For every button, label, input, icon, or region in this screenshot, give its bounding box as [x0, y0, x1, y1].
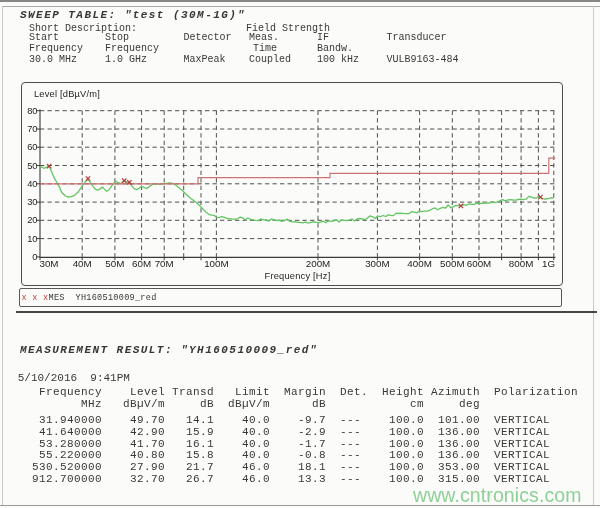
svg-text:500M: 500M — [440, 258, 465, 269]
svg-text:70: 70 — [27, 124, 37, 134]
svg-text:30: 30 — [27, 197, 37, 207]
svg-text:50M: 50M — [105, 258, 124, 269]
svg-text:Frequency [Hz]: Frequency [Hz] — [265, 271, 331, 281]
svg-text:60M: 60M — [132, 258, 151, 269]
svg-text:40M: 40M — [73, 258, 92, 269]
svg-text:300M: 300M — [365, 258, 390, 269]
svg-text:80: 80 — [27, 106, 37, 116]
svg-text:600M: 600M — [467, 258, 492, 269]
svg-text:800M: 800M — [509, 258, 534, 269]
svg-text:30M: 30M — [39, 258, 58, 269]
svg-text:50: 50 — [27, 161, 37, 171]
svg-text:40: 40 — [27, 179, 37, 189]
svg-text:1G: 1G — [542, 258, 555, 269]
svg-text:20: 20 — [27, 215, 37, 225]
svg-text:0: 0 — [32, 252, 37, 262]
svg-text:200M: 200M — [306, 258, 331, 269]
svg-text:400M: 400M — [407, 258, 432, 269]
svg-text:70M: 70M — [155, 258, 174, 269]
svg-text:60: 60 — [27, 142, 37, 152]
svg-text:Level [dBµV/m]: Level [dBµV/m] — [34, 89, 100, 99]
svg-text:100M: 100M — [204, 258, 229, 269]
svg-text:10: 10 — [27, 234, 37, 244]
